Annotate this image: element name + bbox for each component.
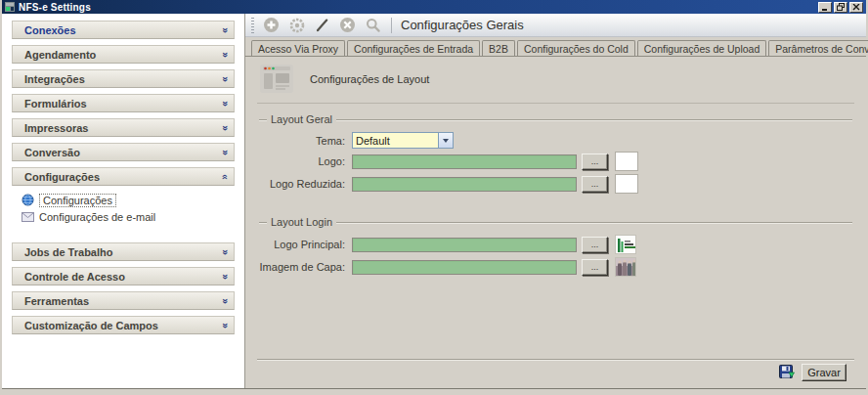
logo-reduzida-input[interactable] [352, 177, 577, 192]
sidebar: Conexões » Agendamento » Integrações » F… [2, 14, 245, 388]
logo-principal-browse-button[interactable]: ... [582, 237, 608, 253]
logo-browse-button[interactable]: ... [582, 154, 608, 170]
sidebar-section-conversao[interactable]: Conversão » [12, 143, 235, 161]
chevron-down-icon: » [220, 298, 230, 304]
close-button[interactable] [849, 2, 863, 13]
field-row-logo-reduzida: Logo Reduzida: ... [259, 174, 852, 194]
field-row-tema: Tema: Default [259, 132, 852, 149]
sidebar-section-ferramentas[interactable]: Ferramentas » [12, 291, 235, 310]
chevron-down-icon: » [220, 323, 230, 329]
chevron-down-icon: » [220, 125, 230, 131]
tab-configuracoes-do-cold[interactable]: Configurações do Cold [517, 40, 635, 56]
imagem-capa-browse-button[interactable]: ... [582, 259, 608, 276]
section-label: Conversão [24, 147, 222, 158]
sidebar-item-configuracoes[interactable]: Configurações [14, 192, 235, 208]
section-label: Customização de Campos [24, 320, 222, 331]
imagem-capa-thumbnail [615, 257, 636, 277]
tab-label: Acesso Via Proxy [258, 43, 338, 55]
restore-button[interactable] [834, 2, 847, 13]
sidebar-section-jobs-de-trabalho[interactable]: Jobs de Trabalho » [12, 242, 235, 261]
group-layout-geral: Layout Geral Tema: Default Logo: ... [259, 119, 852, 197]
section-label: Jobs de Trabalho [24, 246, 222, 258]
toolbar-separator [391, 18, 392, 33]
field-row-logo-principal: Logo Principal: ... [259, 235, 852, 254]
edit-button[interactable] [313, 16, 331, 34]
chevron-down-icon: » [220, 27, 230, 33]
section-label: Integrações [24, 73, 222, 85]
field-row-logo: Logo: ... [259, 152, 852, 171]
footer-bar: Gravar [257, 359, 854, 388]
chevron-down-icon: » [220, 101, 230, 107]
sidebar-item-label: Configurações de e-mail [39, 211, 155, 223]
tema-label: Tema: [259, 135, 352, 147]
tab-content: Configurações de Layout Layout Geral Tem… [245, 57, 866, 388]
envelope-icon [22, 212, 34, 222]
logo-label: Logo: [259, 155, 352, 167]
field-row-imagem-de-capa: Imagem de Capa: ... [259, 257, 852, 277]
logo-preview-box [615, 152, 638, 171]
settings-button[interactable] [287, 16, 306, 34]
tab-label: Parâmetros de Conversão [775, 43, 868, 55]
section-label: Agendamento [24, 49, 222, 61]
chevron-down-icon: » [220, 150, 230, 155]
search-button[interactable] [364, 16, 382, 34]
sidebar-section-customizacao-de-campos[interactable]: Customização de Campos » [12, 316, 235, 334]
chevron-down-icon: » [220, 76, 230, 82]
sidebar-section-formularios[interactable]: Formulários » [12, 94, 235, 112]
globe-icon [22, 194, 34, 206]
tema-combobox[interactable]: Default [352, 132, 454, 149]
chevron-up-icon: » [220, 174, 230, 180]
logo-reduzida-label: Logo Reduzida: [259, 178, 352, 190]
add-circle-icon [263, 17, 280, 33]
minimize-button[interactable] [818, 2, 832, 13]
tab-label: Configurações do Cold [524, 43, 629, 55]
minimize-icon [821, 4, 829, 11]
toolbar: Configurações Gerais [245, 14, 866, 37]
tab-configuracoes-de-entrada[interactable]: Configurações de Entrada [347, 40, 480, 56]
pencil-icon [315, 18, 330, 33]
logo-principal-input[interactable] [352, 238, 577, 252]
logo-principal-label: Logo Principal: [259, 239, 352, 250]
add-button[interactable] [262, 16, 281, 34]
configuracoes-panel: Configurações Configurações de e-mail [12, 190, 235, 231]
imagem-capa-input[interactable] [352, 260, 577, 275]
title-bar: NFS-e Settings [2, 0, 866, 14]
cancel-button[interactable] [338, 16, 357, 34]
chevron-down-icon: » [220, 274, 230, 280]
app-icon [5, 2, 15, 12]
content-header-title: Configurações de Layout [310, 73, 429, 85]
page-title: Configurações Gerais [401, 18, 524, 32]
tab-configuracoes-de-upload[interactable]: Configurações de Upload [637, 40, 767, 56]
tab-label: Configurações de Entrada [354, 43, 473, 55]
section-label: Ferramentas [24, 295, 222, 307]
sidebar-item-label: Configurações [39, 194, 116, 207]
section-label: Impressoras [24, 122, 222, 134]
tab-label: Configurações de Upload [644, 43, 760, 55]
logo-input[interactable] [352, 154, 577, 169]
tab-parametros-de-conversao[interactable]: Parâmetros de Conversão [768, 40, 868, 56]
section-label: Configurações [24, 171, 222, 183]
sidebar-item-configuracoes-email[interactable]: Configurações de e-mail [14, 208, 235, 225]
tema-selected-value: Default [353, 135, 438, 147]
restore-icon [837, 3, 846, 11]
sidebar-section-configuracoes[interactable]: Configurações » [12, 167, 235, 186]
gear-icon [289, 18, 305, 33]
group-title: Layout Geral [267, 113, 336, 125]
chevron-down-icon: » [220, 249, 230, 255]
tab-acesso-via-proxy[interactable]: Acesso Via Proxy [251, 40, 345, 56]
cancel-circle-icon [339, 17, 356, 33]
sidebar-section-controle-de-acesso[interactable]: Controle de Acesso » [12, 267, 235, 285]
sidebar-section-integracoes[interactable]: Integrações » [12, 69, 235, 88]
app-window: NFS-e Settings Conexões » Agendamento [0, 0, 868, 395]
toolbar-grip[interactable] [251, 18, 254, 33]
logo-reduzida-browse-button[interactable]: ... [582, 176, 608, 193]
sidebar-section-impressoras[interactable]: Impressoras » [12, 118, 235, 137]
save-button[interactable]: Gravar [802, 364, 846, 381]
sidebar-section-agendamento[interactable]: Agendamento » [12, 45, 235, 64]
window-bottom-border [2, 388, 866, 395]
sidebar-section-conexoes[interactable]: Conexões » [12, 21, 235, 39]
content-header: Configurações de Layout [257, 57, 854, 104]
imagem-capa-label: Imagem de Capa: [259, 261, 352, 273]
tab-b2b[interactable]: B2B [482, 40, 515, 56]
search-icon [366, 18, 381, 33]
